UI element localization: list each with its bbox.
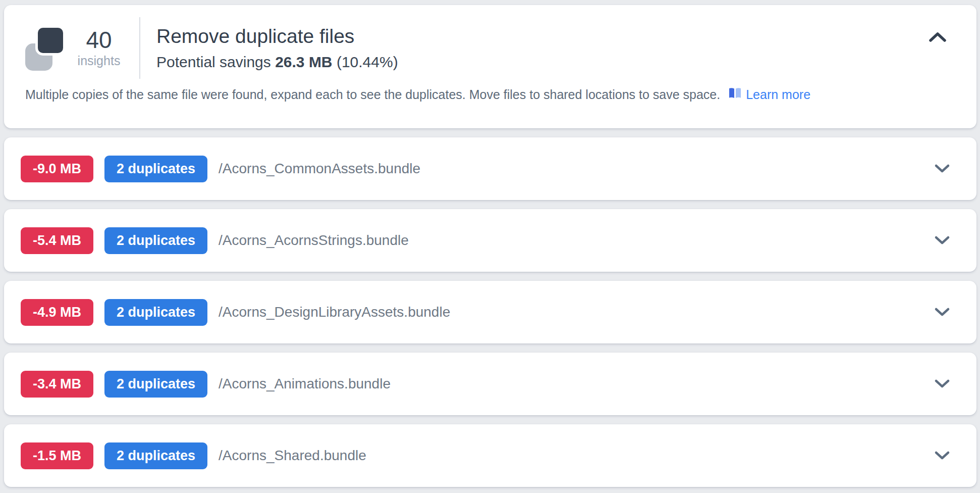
duplicates-badge: 2 duplicates bbox=[104, 299, 207, 326]
insights-count: 40 bbox=[73, 28, 125, 52]
duplicates-badge: 2 duplicates bbox=[104, 227, 207, 254]
insights-count-block: 40 insights bbox=[73, 28, 125, 68]
duplicate-file-row[interactable]: -3.4 MB 2 duplicates /Acorns_Animations.… bbox=[4, 353, 976, 415]
duplicate-file-row[interactable]: -5.4 MB 2 duplicates /Acorns_AcornsStrin… bbox=[4, 209, 976, 272]
duplicates-badge: 2 duplicates bbox=[104, 371, 207, 398]
savings-badge: -1.5 MB bbox=[21, 442, 93, 469]
potential-savings: Potential savings 26.3 MB (10.44%) bbox=[156, 54, 925, 71]
chevron-down-icon[interactable] bbox=[932, 233, 952, 248]
savings-badge: -5.4 MB bbox=[21, 227, 93, 254]
chevron-down-icon[interactable] bbox=[932, 449, 952, 463]
learn-more-label: Learn more bbox=[746, 87, 810, 102]
insight-header-top: 40 insights Remove duplicate files Poten… bbox=[25, 17, 959, 79]
savings-badge: -3.4 MB bbox=[21, 371, 93, 398]
chevron-down-icon[interactable] bbox=[932, 162, 952, 176]
savings-prefix: Potential savings bbox=[156, 54, 271, 70]
insight-header-card: 40 insights Remove duplicate files Poten… bbox=[4, 5, 976, 128]
file-path: /Acorns_DesignLibraryAssets.bundle bbox=[219, 304, 450, 320]
savings-value: 26.3 MB bbox=[275, 54, 332, 70]
duplicate-icon-front-square bbox=[35, 25, 66, 56]
duplicate-file-row[interactable]: -9.0 MB 2 duplicates /Acorns_CommonAsset… bbox=[4, 137, 976, 200]
insights-label: insights bbox=[73, 54, 125, 68]
collapse-section-button[interactable] bbox=[925, 29, 950, 47]
chevron-up-icon bbox=[928, 37, 947, 44]
duplicate-files-icon bbox=[25, 25, 66, 71]
duplicates-badge: 2 duplicates bbox=[104, 442, 207, 469]
savings-badge: -4.9 MB bbox=[21, 299, 93, 326]
savings-badge: -9.0 MB bbox=[21, 156, 93, 182]
file-path: /Acorns_Shared.bundle bbox=[219, 448, 366, 464]
chevron-down-icon[interactable] bbox=[932, 305, 952, 319]
vertical-divider bbox=[139, 17, 140, 79]
duplicate-file-row[interactable]: -4.9 MB 2 duplicates /Acorns_DesignLibra… bbox=[4, 281, 976, 343]
file-path: /Acorns_AcornsStrings.bundle bbox=[219, 232, 409, 249]
insight-title-block: Remove duplicate files Potential savings… bbox=[156, 25, 925, 71]
learn-more-link[interactable]: Learn more bbox=[728, 87, 810, 103]
savings-percent: (10.44%) bbox=[337, 54, 398, 70]
insights-panel: 40 insights Remove duplicate files Poten… bbox=[0, 0, 980, 493]
insight-description-text: Multiple copies of the same file were fo… bbox=[25, 87, 720, 102]
insight-title: Remove duplicate files bbox=[156, 25, 925, 47]
chevron-down-icon[interactable] bbox=[932, 377, 952, 391]
duplicates-badge: 2 duplicates bbox=[104, 156, 207, 182]
file-path: /Acorns_CommonAssets.bundle bbox=[219, 161, 420, 177]
duplicate-file-row[interactable]: -1.5 MB 2 duplicates /Acorns_Shared.bund… bbox=[4, 424, 976, 487]
insight-description-row: Multiple copies of the same file were fo… bbox=[25, 87, 959, 103]
file-path: /Acorns_Animations.bundle bbox=[219, 376, 391, 392]
book-icon bbox=[728, 87, 742, 103]
